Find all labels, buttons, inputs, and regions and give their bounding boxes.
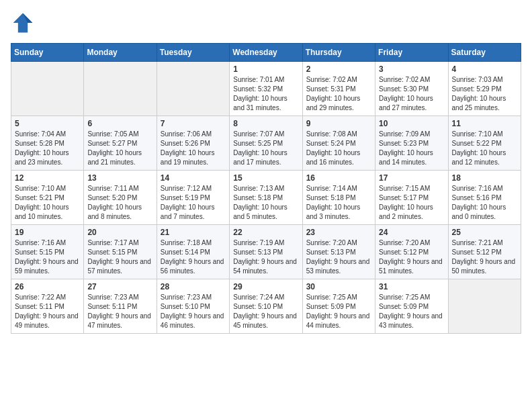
calendar-cell: 21Sunrise: 7:18 AMSunset: 5:14 PMDayligh… — [157, 225, 229, 279]
calendar-cell: 9Sunrise: 7:08 AMSunset: 5:24 PMDaylight… — [302, 116, 375, 171]
day-number: 11 — [452, 119, 517, 128]
day-header-tuesday: Tuesday — [157, 44, 229, 62]
day-number: 20 — [87, 228, 152, 237]
day-header-saturday: Saturday — [448, 44, 521, 62]
calendar-cell: 31Sunrise: 7:25 AMSunset: 5:09 PMDayligh… — [375, 279, 448, 334]
day-number: 15 — [233, 173, 298, 183]
day-header-wednesday: Wednesday — [230, 44, 302, 62]
day-number: 1 — [233, 64, 298, 74]
week-row-5: 26Sunrise: 7:22 AMSunset: 5:11 PMDayligh… — [11, 279, 521, 334]
day-info: Sunrise: 7:13 AMSunset: 5:18 PMDaylight:… — [233, 184, 298, 222]
calendar-cell: 19Sunrise: 7:16 AMSunset: 5:15 PMDayligh… — [11, 225, 84, 279]
day-info: Sunrise: 7:18 AMSunset: 5:14 PMDaylight:… — [161, 238, 226, 276]
calendar-cell — [157, 62, 229, 116]
day-info: Sunrise: 7:23 AMSunset: 5:11 PMDaylight:… — [87, 293, 152, 330]
day-info: Sunrise: 7:06 AMSunset: 5:26 PMDaylight:… — [161, 130, 226, 167]
day-info: Sunrise: 7:08 AMSunset: 5:24 PMDaylight:… — [306, 130, 371, 167]
day-info: Sunrise: 7:19 AMSunset: 5:13 PMDaylight:… — [233, 238, 298, 276]
calendar-cell: 6Sunrise: 7:05 AMSunset: 5:27 PMDaylight… — [84, 116, 157, 171]
calendar-cell: 15Sunrise: 7:13 AMSunset: 5:18 PMDayligh… — [230, 171, 302, 225]
calendar-cell: 17Sunrise: 7:15 AMSunset: 5:17 PMDayligh… — [375, 171, 448, 225]
day-number: 2 — [306, 64, 371, 74]
day-number: 26 — [15, 282, 80, 291]
day-info: Sunrise: 7:16 AMSunset: 5:16 PMDaylight:… — [452, 184, 517, 222]
day-number: 31 — [379, 282, 444, 291]
day-info: Sunrise: 7:07 AMSunset: 5:25 PMDaylight:… — [233, 130, 298, 167]
day-number: 27 — [87, 282, 152, 291]
calendar-cell: 29Sunrise: 7:24 AMSunset: 5:10 PMDayligh… — [230, 279, 302, 334]
day-info: Sunrise: 7:05 AMSunset: 5:27 PMDaylight:… — [87, 130, 152, 167]
day-number: 9 — [306, 119, 371, 128]
day-info: Sunrise: 7:25 AMSunset: 5:09 PMDaylight:… — [306, 293, 371, 330]
calendar-cell: 3Sunrise: 7:02 AMSunset: 5:30 PMDaylight… — [375, 62, 448, 116]
day-number: 28 — [161, 282, 226, 291]
calendar-cell: 25Sunrise: 7:21 AMSunset: 5:12 PMDayligh… — [448, 225, 521, 279]
calendar-cell: 7Sunrise: 7:06 AMSunset: 5:26 PMDaylight… — [157, 116, 229, 171]
day-number: 30 — [306, 282, 371, 291]
calendar-cell: 14Sunrise: 7:12 AMSunset: 5:19 PMDayligh… — [157, 171, 229, 225]
calendar-cell: 16Sunrise: 7:14 AMSunset: 5:18 PMDayligh… — [302, 171, 375, 225]
calendar-cell: 5Sunrise: 7:04 AMSunset: 5:28 PMDaylight… — [11, 116, 84, 171]
day-header-sunday: Sunday — [11, 44, 84, 62]
day-number: 8 — [233, 119, 298, 128]
day-info: Sunrise: 7:01 AMSunset: 5:32 PMDaylight:… — [233, 75, 298, 113]
day-number: 16 — [306, 173, 371, 183]
day-info: Sunrise: 7:04 AMSunset: 5:28 PMDaylight:… — [15, 130, 80, 167]
day-number: 23 — [306, 228, 371, 237]
calendar-cell — [11, 62, 84, 116]
day-info: Sunrise: 7:21 AMSunset: 5:12 PMDaylight:… — [452, 238, 517, 276]
day-info: Sunrise: 7:23 AMSunset: 5:10 PMDaylight:… — [161, 293, 226, 330]
calendar-cell: 26Sunrise: 7:22 AMSunset: 5:11 PMDayligh… — [11, 279, 84, 334]
day-number: 6 — [87, 119, 152, 128]
day-number: 13 — [87, 173, 152, 183]
calendar-cell: 11Sunrise: 7:10 AMSunset: 5:22 PMDayligh… — [448, 116, 521, 171]
week-row-4: 19Sunrise: 7:16 AMSunset: 5:15 PMDayligh… — [11, 225, 521, 279]
day-header-monday: Monday — [84, 44, 157, 62]
day-info: Sunrise: 7:02 AMSunset: 5:30 PMDaylight:… — [379, 75, 444, 113]
day-number: 25 — [452, 228, 517, 237]
calendar-cell: 30Sunrise: 7:25 AMSunset: 5:09 PMDayligh… — [302, 279, 375, 334]
day-info: Sunrise: 7:09 AMSunset: 5:23 PMDaylight:… — [379, 130, 444, 167]
calendar-cell: 13Sunrise: 7:11 AMSunset: 5:20 PMDayligh… — [84, 171, 157, 225]
week-row-2: 5Sunrise: 7:04 AMSunset: 5:28 PMDaylight… — [11, 116, 521, 171]
day-header-friday: Friday — [375, 44, 448, 62]
calendar-cell: 8Sunrise: 7:07 AMSunset: 5:25 PMDaylight… — [230, 116, 302, 171]
calendar-cell — [84, 62, 157, 116]
day-info: Sunrise: 7:11 AMSunset: 5:20 PMDaylight:… — [87, 184, 152, 222]
day-number: 21 — [161, 228, 226, 237]
calendar-cell: 20Sunrise: 7:17 AMSunset: 5:15 PMDayligh… — [84, 225, 157, 279]
day-number: 3 — [379, 64, 444, 74]
calendar-cell: 22Sunrise: 7:19 AMSunset: 5:13 PMDayligh… — [230, 225, 302, 279]
day-header-thursday: Thursday — [302, 44, 375, 62]
day-info: Sunrise: 7:02 AMSunset: 5:31 PMDaylight:… — [306, 75, 371, 113]
day-number: 17 — [379, 173, 444, 183]
calendar-cell: 2Sunrise: 7:02 AMSunset: 5:31 PMDaylight… — [302, 62, 375, 116]
day-number: 24 — [379, 228, 444, 237]
calendar-cell: 1Sunrise: 7:01 AMSunset: 5:32 PMDaylight… — [230, 62, 302, 116]
day-info: Sunrise: 7:14 AMSunset: 5:18 PMDaylight:… — [306, 184, 371, 222]
page-header — [11, 11, 521, 35]
day-number: 4 — [452, 64, 517, 74]
header-row: SundayMondayTuesdayWednesdayThursdayFrid… — [11, 44, 521, 62]
day-number: 14 — [161, 173, 226, 183]
day-number: 10 — [379, 119, 444, 128]
day-number: 12 — [15, 173, 80, 183]
calendar-cell: 4Sunrise: 7:03 AMSunset: 5:29 PMDaylight… — [448, 62, 521, 116]
logo-icon — [11, 11, 35, 35]
calendar-cell: 18Sunrise: 7:16 AMSunset: 5:16 PMDayligh… — [448, 171, 521, 225]
calendar-cell — [448, 279, 521, 334]
day-info: Sunrise: 7:20 AMSunset: 5:13 PMDaylight:… — [306, 238, 371, 276]
week-row-1: 1Sunrise: 7:01 AMSunset: 5:32 PMDaylight… — [11, 62, 521, 116]
day-number: 22 — [233, 228, 298, 237]
day-info: Sunrise: 7:17 AMSunset: 5:15 PMDaylight:… — [87, 238, 152, 276]
day-info: Sunrise: 7:12 AMSunset: 5:19 PMDaylight:… — [161, 184, 226, 222]
day-number: 18 — [452, 173, 517, 183]
day-number: 5 — [15, 119, 80, 128]
logo — [11, 11, 39, 35]
day-info: Sunrise: 7:10 AMSunset: 5:22 PMDaylight:… — [452, 130, 517, 167]
day-info: Sunrise: 7:22 AMSunset: 5:11 PMDaylight:… — [15, 293, 80, 330]
day-info: Sunrise: 7:15 AMSunset: 5:17 PMDaylight:… — [379, 184, 444, 222]
calendar-cell: 10Sunrise: 7:09 AMSunset: 5:23 PMDayligh… — [375, 116, 448, 171]
calendar-cell: 12Sunrise: 7:10 AMSunset: 5:21 PMDayligh… — [11, 171, 84, 225]
day-info: Sunrise: 7:24 AMSunset: 5:10 PMDaylight:… — [233, 293, 298, 330]
